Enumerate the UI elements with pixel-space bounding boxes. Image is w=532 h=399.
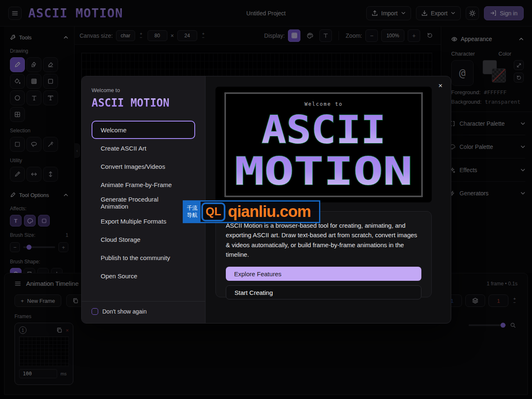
display-color-toggle[interactable]	[304, 29, 316, 42]
swap-colors-button[interactable]	[514, 60, 524, 70]
chevron-down-icon	[520, 168, 525, 173]
qianliu-watermark: 千流 导航 QL qianliu.com	[183, 200, 320, 223]
frame-number-badge: 1	[19, 326, 27, 334]
affects-character-toggle[interactable]: T	[10, 215, 22, 226]
eraser-tool-button[interactable]	[43, 57, 58, 72]
display-text-toggle[interactable]	[319, 29, 332, 42]
explore-features-button[interactable]: Explore Features	[226, 267, 421, 281]
brush-size-slider[interactable]	[23, 246, 55, 248]
timeline-zoom-knob[interactable]	[501, 323, 505, 328]
marquee-icon	[14, 141, 21, 148]
character-palette-section[interactable]: Character Palette	[450, 112, 525, 135]
menu-item-welcome[interactable]: Welcome	[92, 121, 195, 139]
menu-item-open-source[interactable]: Open Source	[92, 267, 195, 285]
affects-color-toggle[interactable]	[24, 215, 36, 226]
dont-show-again-label[interactable]: Don't show again	[102, 308, 147, 315]
menu-item-animate-frame-by-frame[interactable]: Animate Frame-by-Frame	[92, 175, 195, 194]
magic-wand-button[interactable]	[43, 137, 58, 152]
zoom-value[interactable]: 100%	[381, 29, 404, 42]
theme-toggle-button[interactable]	[466, 7, 479, 20]
eyedropper-tool-button[interactable]	[10, 167, 25, 182]
onion-skin-next-button[interactable]: 1	[488, 294, 508, 307]
intro-card: ASCII Motion is a browser-based tool for…	[215, 211, 432, 297]
frame-duration-input[interactable]	[19, 369, 57, 378]
sign-in-button[interactable]: Sign in	[484, 6, 524, 20]
zoom-reset-button[interactable]	[423, 29, 436, 42]
tool-options-header[interactable]: Tool Options	[10, 190, 68, 200]
menu-item-convert-images-videos[interactable]: Convert Images/Videos	[92, 157, 195, 175]
ellipse-tool-button[interactable]	[10, 90, 25, 105]
plus-icon: +	[21, 298, 24, 304]
pattern-rect-tool-button[interactable]	[27, 74, 41, 89]
height-stepper[interactable]: + −	[201, 30, 206, 41]
pencil-tool-button[interactable]	[10, 57, 25, 72]
lasso-select-button[interactable]	[27, 137, 41, 152]
menu-item-publish-to-the-community[interactable]: Publish to the community	[92, 248, 195, 267]
pen-tool-button[interactable]	[27, 57, 41, 72]
chevron-down-icon	[520, 191, 525, 196]
modal-close-button[interactable]: ×	[435, 80, 446, 91]
rectangle-tool-button[interactable]	[43, 74, 58, 89]
dont-show-again-checkbox[interactable]	[92, 308, 98, 315]
frame-card-1[interactable]: 1 × ms	[15, 323, 73, 385]
onion-skin-toggle-button[interactable]	[465, 294, 485, 307]
timeline-zoom-slider[interactable]	[469, 324, 506, 326]
stepper-minus[interactable]: −	[513, 301, 516, 304]
brush-size-label: Brush Size:	[10, 232, 35, 238]
wrench-icon	[10, 34, 16, 40]
chevron-up-icon	[63, 35, 68, 40]
start-creating-button[interactable]: Start Creating	[226, 285, 421, 299]
delete-frame-icon[interactable]: ×	[65, 327, 69, 333]
appearance-header[interactable]: Appearance	[451, 34, 524, 44]
stepper-minus[interactable]: −	[202, 36, 205, 39]
palette-icon	[27, 218, 33, 224]
color-palette-section[interactable]: Color Palette	[450, 135, 525, 158]
flip-vertical-button[interactable]	[43, 167, 58, 182]
tools-panel-title: Tools	[19, 34, 31, 41]
menu-item-create-ascii-art[interactable]: Create ASCII Art	[92, 139, 195, 157]
watermark-domain: qianliu.com	[228, 203, 311, 221]
export-button[interactable]: Export	[416, 6, 461, 20]
copy-icon	[73, 298, 78, 304]
brush-size-increase-button[interactable]: +	[58, 242, 68, 252]
menu-item-export-multiple-formats[interactable]: Export Multiple Formats	[92, 212, 195, 230]
brush-size-slider-knob[interactable]	[27, 245, 31, 250]
width-stepper[interactable]: + −	[138, 30, 144, 41]
zoom-in-button[interactable]: +	[408, 29, 420, 42]
ascii-type-tool-button[interactable]	[43, 90, 58, 105]
color-palette-label: Color Palette	[459, 144, 493, 150]
new-frame-button[interactable]: + New Frame	[15, 294, 61, 307]
sidebar-collapse-handle[interactable]: ‹	[75, 144, 80, 158]
brush-shape-label: Brush Shape:	[10, 259, 68, 265]
reset-colors-button[interactable]	[514, 73, 524, 83]
zoom-out-button[interactable]: −	[365, 29, 378, 42]
canvas-unit-button[interactable]: char	[116, 30, 135, 41]
hamburger-menu-button[interactable]	[8, 7, 22, 20]
marquee-select-button[interactable]	[10, 137, 25, 152]
table-tool-button[interactable]	[10, 107, 25, 122]
character-picker-button[interactable]: @	[451, 60, 474, 86]
duplicate-frame-icon[interactable]	[56, 327, 62, 333]
display-grid-toggle[interactable]	[288, 29, 300, 42]
tools-panel-header[interactable]: Tools	[10, 32, 68, 42]
text-tool-button[interactable]	[27, 90, 41, 105]
menu-item-cloud-storage[interactable]: Cloud Storage	[92, 230, 195, 248]
brush-size-decrease-button[interactable]: −	[10, 242, 20, 252]
affects-toggles: T	[10, 215, 68, 226]
canvas-width-input[interactable]: 80	[148, 30, 167, 41]
generators-section[interactable]: Generators	[450, 182, 525, 205]
lasso-icon	[31, 141, 37, 148]
flip-horizontal-button[interactable]	[27, 167, 41, 182]
watermark-cn-top: 千流	[187, 205, 198, 212]
onion-skin-stepper[interactable]: + −	[512, 295, 517, 306]
import-button[interactable]: Import	[366, 6, 411, 20]
stepper-minus[interactable]: −	[140, 36, 143, 39]
effects-section[interactable]: Effects	[450, 158, 525, 182]
background-color-swatch[interactable]	[492, 68, 506, 83]
hamburger-icon[interactable]	[15, 280, 21, 287]
fill-tool-button[interactable]	[10, 74, 25, 89]
affects-background-toggle[interactable]	[38, 215, 50, 226]
ms-label: ms	[60, 371, 67, 376]
menu-item-generate-procedural-animation[interactable]: Generate Procedural Animation	[92, 194, 195, 212]
canvas-height-input[interactable]: 24	[177, 30, 197, 41]
